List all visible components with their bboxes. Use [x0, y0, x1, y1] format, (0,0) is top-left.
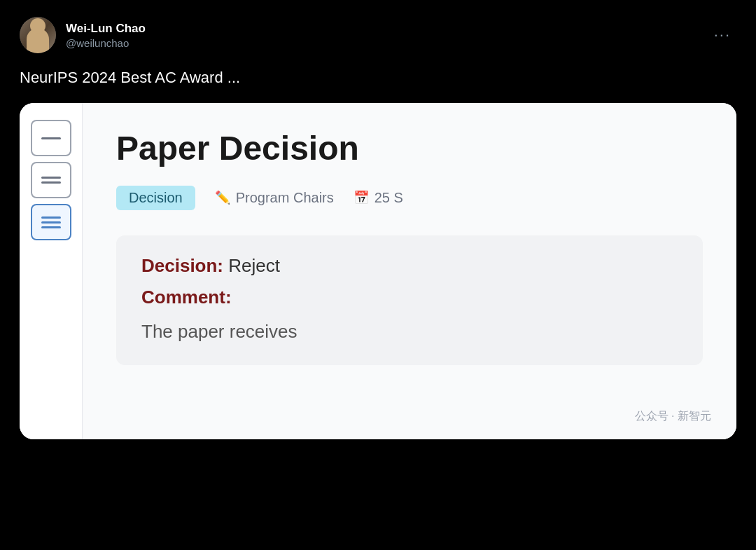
program-chairs: ✏️ Program Chairs	[215, 190, 334, 206]
comment-label: Comment:	[141, 287, 678, 308]
nav-line	[41, 181, 61, 184]
nav-icon-top	[41, 137, 61, 139]
calendar-icon: 📅	[354, 190, 369, 205]
decision-section: Decision: Reject Comment: The paper rece…	[116, 235, 703, 365]
comment-text: The paper receives	[141, 318, 678, 345]
pencil-icon: ✏️	[215, 190, 230, 205]
tweet-text: NeurIPS 2024 Best AC Award ...	[20, 66, 736, 89]
sidebar-nav	[20, 103, 83, 439]
user-info: Wei-Lun Chao @weilunchao	[66, 21, 146, 48]
paper-decision-title: Paper Decision	[116, 128, 703, 169]
avatar	[20, 17, 56, 53]
nav-line	[41, 177, 61, 179]
display-name: Wei-Lun Chao	[66, 21, 146, 36]
nav-item-bottom[interactable]	[31, 204, 71, 240]
username: @weilunchao	[66, 37, 146, 49]
decision-value: Reject	[228, 255, 280, 276]
nav-icon-bottom	[41, 216, 61, 228]
nav-item-mid[interactable]	[31, 162, 71, 198]
decision-row: Decision: Reject	[141, 255, 678, 277]
watermark: 公众号 · 新智元	[635, 409, 711, 424]
date-label: 25 S	[374, 190, 403, 206]
nav-line	[41, 226, 61, 228]
card-content: Paper Decision Decision ✏️ Program Chair…	[83, 103, 736, 439]
nav-item-top[interactable]	[31, 120, 71, 156]
meta-row: Decision ✏️ Program Chairs 📅 25 S	[116, 186, 703, 210]
program-chairs-label: Program Chairs	[236, 190, 334, 206]
nav-icon-mid	[41, 177, 61, 184]
nav-line	[41, 216, 61, 219]
tweet-header: Wei-Lun Chao @weilunchao ···	[20, 17, 736, 53]
nav-line	[41, 221, 61, 224]
decision-label: Decision:	[141, 255, 223, 276]
nav-line	[41, 137, 61, 139]
date-section: 📅 25 S	[354, 190, 403, 206]
embedded-card: Paper Decision Decision ✏️ Program Chair…	[20, 103, 736, 439]
more-options-button[interactable]: ···	[708, 23, 736, 47]
decision-badge[interactable]: Decision	[116, 186, 195, 210]
